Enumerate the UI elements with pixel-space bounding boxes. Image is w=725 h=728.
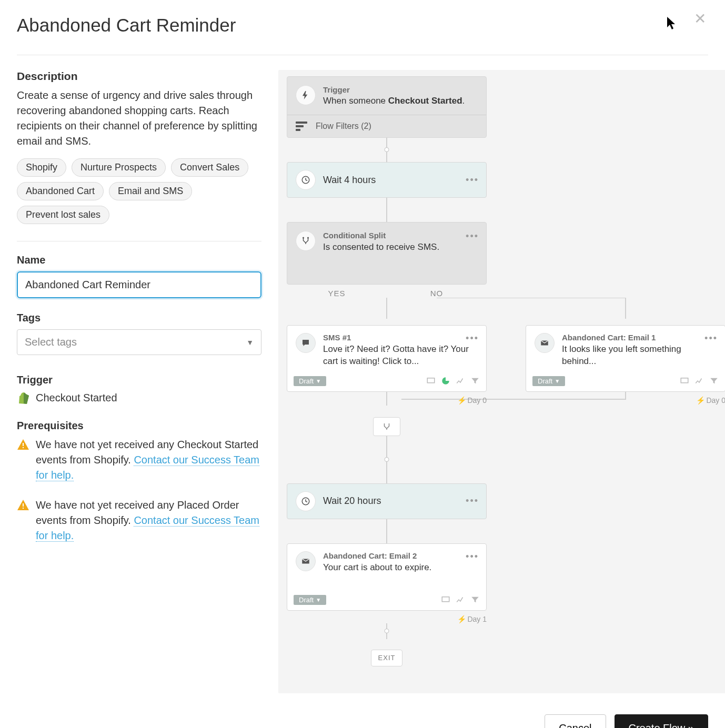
split-node-label: Conditional Split (323, 231, 439, 240)
trigger-heading: Trigger (17, 374, 261, 386)
sms-node-text: Love it? Need it? Gotta have it? Your ca… (323, 343, 478, 368)
divider (17, 241, 261, 241)
name-heading: Name (17, 254, 261, 266)
node-menu-icon[interactable]: ••• (466, 231, 479, 242)
tag-pill: Shopify (17, 158, 66, 177)
prerequisite-item: We have not yet received any Placed Orde… (17, 498, 261, 543)
svg-point-5 (303, 237, 304, 239)
email-node[interactable]: Abandoned Cart: Email 1 It looks like yo… (526, 325, 725, 392)
preview-icon[interactable] (426, 376, 436, 386)
tag-pill: Email and SMS (109, 182, 192, 200)
svg-point-6 (307, 237, 309, 239)
merge-node[interactable] (373, 417, 400, 436)
node-menu-icon[interactable]: ••• (466, 175, 479, 186)
tag-pill: Nurture Prospects (72, 158, 166, 177)
clock-icon (296, 491, 316, 511)
split-icon (296, 231, 316, 251)
wait-node[interactable]: Wait 4 hours ••• (287, 162, 487, 198)
tags-select-placeholder: Select tags (25, 336, 77, 348)
day-marker: ⚡Day 0 (526, 396, 725, 405)
branch-no-label: NO (387, 289, 487, 298)
trigger-node[interactable]: Trigger When someone Checkout Started. F… (287, 76, 487, 138)
prerequisites-heading: Prerequisites (17, 420, 261, 432)
tag-pill: Convert Sales (171, 158, 248, 177)
smart-send-icon[interactable] (441, 376, 450, 386)
conditional-split-node[interactable]: Conditional Split Is consented to receiv… (287, 222, 487, 285)
trigger-event-name: Checkout Started (36, 392, 117, 404)
svg-rect-1 (23, 447, 24, 448)
filter-icon[interactable] (709, 376, 719, 386)
tag-pill: Abandoned Cart (17, 182, 104, 200)
clock-icon (296, 170, 316, 190)
svg-rect-9 (681, 378, 688, 383)
tags-select[interactable]: Select tags ▼ (17, 329, 261, 355)
exit-node: EXIT (371, 650, 402, 666)
node-menu-icon[interactable]: ••• (466, 496, 479, 507)
branch-connector (287, 298, 725, 319)
flow-filters-text: Flow Filters (2) (316, 122, 371, 131)
status-badge[interactable]: Draft ▼ (294, 376, 326, 386)
status-badge[interactable]: Draft ▼ (532, 376, 565, 386)
analytics-icon[interactable] (456, 376, 465, 386)
create-flow-button[interactable]: Create Flow » (615, 714, 709, 728)
trigger-node-text: When someone Checkout Started. (323, 96, 478, 106)
branch-labels: YES NO (287, 289, 487, 298)
chat-icon (296, 333, 316, 353)
preview-icon[interactable] (441, 595, 450, 604)
tag-list: Shopify Nurture Prospects Convert Sales … (17, 158, 261, 224)
filter-icon[interactable] (470, 376, 480, 386)
filter-icon[interactable] (470, 595, 480, 604)
email-node-text: It looks like you left something behind.… (562, 343, 717, 368)
flow-filters-row[interactable]: Flow Filters (2) (287, 115, 486, 137)
svg-rect-3 (23, 508, 24, 509)
mail-icon (296, 551, 316, 571)
tags-heading: Tags (17, 312, 261, 324)
sms-node[interactable]: SMS #1 Love it? Need it? Gotta have it? … (287, 325, 487, 392)
page-title: Abandoned Cart Reminder (17, 15, 236, 36)
description-text: Create a sense of urgency and drive sale… (17, 88, 261, 149)
flow-preview-canvas: Trigger When someone Checkout Started. F… (278, 70, 725, 693)
sms-node-title: SMS #1 (323, 333, 478, 342)
split-node-condition: Is consented to receive SMS. (323, 242, 439, 252)
day-marker: ⚡Day 0 (287, 396, 487, 405)
mail-icon (535, 333, 555, 353)
svg-rect-12 (442, 597, 449, 602)
email-node-title: Abandoned Cart: Email 1 (562, 333, 717, 342)
cancel-button[interactable]: Cancel (545, 714, 606, 728)
day-marker: ⚡Day 1 (287, 615, 487, 623)
svg-rect-7 (427, 378, 435, 383)
preview-icon[interactable] (680, 376, 689, 386)
node-menu-icon[interactable]: ••• (466, 551, 479, 562)
bolt-icon (296, 85, 316, 105)
node-menu-icon[interactable]: ••• (704, 333, 718, 344)
trigger-node-label: Trigger (323, 85, 478, 94)
close-icon[interactable]: ✕ (692, 12, 708, 26)
email-node-text: Your cart is about to expire. (323, 562, 478, 574)
analytics-icon[interactable] (456, 595, 465, 604)
svg-rect-0 (23, 443, 24, 446)
email-node[interactable]: Abandoned Cart: Email 2 Your cart is abo… (287, 543, 487, 611)
svg-rect-2 (23, 503, 24, 507)
wait-node-label: Wait 20 hours (323, 496, 381, 507)
description-heading: Description (17, 70, 261, 83)
status-badge[interactable]: Draft ▼ (294, 595, 326, 605)
warning-icon (17, 438, 29, 451)
tag-pill: Prevent lost sales (17, 206, 109, 224)
filter-icon (296, 122, 307, 131)
flow-name-input[interactable] (17, 271, 261, 298)
warning-icon (17, 499, 29, 511)
shopify-icon (17, 391, 29, 404)
analytics-icon[interactable] (694, 376, 704, 386)
wait-node-label: Wait 4 hours (323, 175, 376, 186)
branch-yes-label: YES (287, 289, 387, 298)
email-node-title: Abandoned Cart: Email 2 (323, 551, 478, 560)
prerequisite-item: We have not yet received any Checkout St… (17, 437, 261, 483)
wait-node[interactable]: Wait 20 hours ••• (287, 483, 487, 519)
chevron-down-icon: ▼ (246, 338, 254, 347)
node-menu-icon[interactable]: ••• (466, 333, 479, 344)
